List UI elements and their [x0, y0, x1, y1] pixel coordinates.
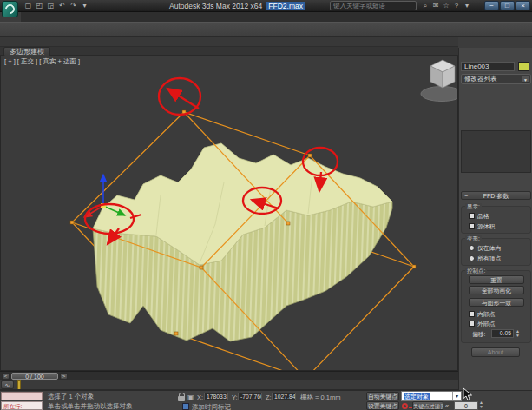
- time-tag-icon: [182, 403, 189, 410]
- undo-icon[interactable]: ↶: [56, 1, 68, 10]
- offset-label: 偏移:: [472, 330, 485, 339]
- z-coord-field[interactable]: 1027.844m: [272, 393, 296, 400]
- help-dropdown-icon[interactable]: ▾: [462, 1, 472, 10]
- radio-icon: [469, 245, 475, 251]
- radio-icon: [469, 255, 475, 261]
- search-icon[interactable]: ⌕: [420, 1, 430, 10]
- minimize-button[interactable]: −: [484, 1, 499, 10]
- maximize-button[interactable]: □: [500, 1, 515, 10]
- open-mini-curve-editor-button[interactable]: ∿: [1, 380, 14, 389]
- selection-set-value: 选定对象: [404, 393, 430, 400]
- workspaces-dropdown-icon[interactable]: ▾: [79, 1, 90, 10]
- app-logo-button[interactable]: [2, 1, 18, 17]
- ffd-params-rollout-header[interactable]: −FFD 参数: [461, 191, 531, 200]
- y-coord-label: Y:: [232, 393, 238, 401]
- 3dsmax-window: ▢◰◲↶↷▾ Autodesk 3ds Max 2012 x64FFD2.max…: [0, 0, 532, 410]
- ribbon-subrow: 多边形建模: [0, 47, 458, 56]
- time-slider-handle[interactable]: 0 / 100: [11, 373, 58, 380]
- window-title: Autodesk 3ds Max 2012 x64FFD2.max: [169, 2, 305, 10]
- frame-spinner-icon[interactable]: ▲▼: [479, 400, 483, 409]
- lattice-checkbox[interactable]: 晶格: [469, 212, 489, 221]
- rollout-collapse-icon: −: [464, 192, 468, 200]
- communication-center-icon[interactable]: ✉: [430, 1, 441, 10]
- ribbon-tab-bar: [0, 37, 458, 47]
- previous-frame-arrow[interactable]: <: [2, 373, 10, 380]
- inside-points-label: 内部点: [477, 311, 495, 317]
- status-bar: 所在行: 选择了 1 个对象 单击或单击并拖动以选择对象 ▣ X: 178033…: [0, 390, 532, 410]
- app-title: Autodesk 3ds Max 2012 x64: [169, 2, 262, 10]
- redo-icon[interactable]: ↷: [68, 1, 79, 10]
- window-controls: −□×: [483, 1, 530, 10]
- conform-to-shape-button[interactable]: 与图形一致: [469, 298, 524, 307]
- current-frame-marker[interactable]: [17, 380, 21, 390]
- about-button[interactable]: About: [471, 347, 520, 357]
- display-group: 显示: 晶格 源体积: [461, 206, 531, 234]
- new-file-icon[interactable]: ▢: [23, 1, 34, 10]
- open-file-icon[interactable]: ◰: [34, 1, 45, 10]
- checkbox-icon: [469, 213, 475, 219]
- reset-button[interactable]: 重置: [469, 275, 524, 284]
- search-placeholder: 键入关键字或短语: [333, 2, 385, 10]
- x-coord-field[interactable]: 178033.253m: [204, 393, 228, 400]
- grid-setting: 栅格 = 0.1mm: [300, 393, 340, 402]
- inside-points-checkbox[interactable]: 内部点: [469, 310, 495, 319]
- all-vertices-label: 所有顶点: [477, 255, 501, 261]
- auto-key-button[interactable]: 自动关键点: [366, 392, 399, 400]
- only-in-volume-radio[interactable]: 仅在体内: [469, 244, 501, 253]
- modifier-stack: [461, 130, 531, 173]
- z-coord-label: Z:: [266, 393, 272, 401]
- time-slider: < 0 / 100 >: [0, 371, 458, 380]
- go-to-start-icon[interactable]: «: [445, 402, 449, 410]
- infocenter-icons: ⌕✉☆?▾: [420, 1, 472, 10]
- menu-bar: [21, 12, 532, 22]
- outside-points-checkbox[interactable]: 外部点: [469, 320, 495, 328]
- deform-group: 变形: 仅在体内 所有顶点: [461, 238, 531, 266]
- control-points-group: 控制点: 重置 全部动画化 与图形一致 内部点 外部点 偏移: 0.05 ▲▼: [461, 270, 531, 343]
- add-time-tag[interactable]: 添加时间标记: [192, 403, 231, 410]
- title-bar: ▢◰◲↶↷▾ Autodesk 3ds Max 2012 x64FFD2.max…: [0, 0, 532, 12]
- rollout-title: FFD 参数: [483, 193, 509, 199]
- absolute-relative-toggle-icon[interactable]: ▣: [187, 393, 194, 401]
- viewport-label[interactable]: [ + ] [ 正交 ] [ 真实 + 边面 ]: [4, 57, 80, 66]
- spinner-arrows-icon[interactable]: ▲▼: [516, 329, 520, 338]
- next-frame-arrow[interactable]: >: [60, 373, 68, 380]
- track-bar[interactable]: [0, 380, 458, 390]
- only-in-volume-label: 仅在体内: [477, 245, 501, 251]
- deform-group-label: 变形:: [465, 235, 482, 242]
- chevron-down-icon: ▼: [522, 76, 529, 83]
- set-keys-icon[interactable]: [402, 403, 408, 409]
- lattice-label: 晶格: [477, 213, 489, 219]
- close-button[interactable]: ×: [516, 1, 530, 10]
- maxscript-listener-pane[interactable]: 所在行:: [1, 401, 43, 410]
- display-group-label: 显示:: [465, 203, 482, 210]
- offset-spinner[interactable]: 0.05: [491, 329, 514, 338]
- command-panel: Line003 修改器列表 ▼ −FFD 参数 显示: 晶格 源体积 变形: 仅…: [458, 48, 532, 390]
- y-coord-field[interactable]: -707.760m: [238, 393, 262, 400]
- object-name-field[interactable]: Line003: [461, 62, 515, 71]
- quick-access-toolbar: ▢◰◲↶↷▾: [23, 1, 90, 10]
- object-color-swatch[interactable]: [518, 62, 529, 71]
- selection-set-dropdown[interactable]: 选定对象▾: [401, 391, 462, 401]
- animate-all-button[interactable]: 全部动画化: [469, 286, 524, 294]
- selection-lock-icon[interactable]: [178, 396, 185, 401]
- prompt-line: 单击或单击并拖动以选择对象: [48, 402, 133, 410]
- selection-status: 选择了 1 个对象: [48, 393, 94, 401]
- viewport[interactable]: [ + ] [ 正交 ] [ 真实 + 边面 ]: [0, 56, 458, 371]
- main-toolbar: [0, 22, 532, 37]
- chevron-down-icon[interactable]: ▾: [452, 392, 461, 400]
- all-vertices-radio[interactable]: 所有顶点: [469, 255, 501, 263]
- favorites-icon[interactable]: ☆: [441, 1, 451, 10]
- modifier-list-dropdown[interactable]: 修改器列表 ▼: [461, 74, 531, 84]
- help-icon[interactable]: ?: [451, 1, 462, 10]
- document-title: FFD2.max: [266, 2, 305, 10]
- mouse-cursor: [463, 387, 473, 401]
- save-file-icon[interactable]: ◲: [45, 1, 56, 10]
- set-key-button[interactable]: 设置关键点: [366, 401, 399, 410]
- viewcube[interactable]: [421, 60, 457, 102]
- macro-recorder-pane[interactable]: [1, 392, 43, 400]
- 3dsmax-logo-icon: [3, 3, 16, 16]
- search-input[interactable]: 键入关键字或短语: [330, 1, 417, 10]
- key-filters-button[interactable]: 关键点过滤器...: [412, 401, 443, 410]
- source-volume-checkbox[interactable]: 源体积: [469, 222, 495, 231]
- current-frame-field[interactable]: 0: [454, 401, 478, 410]
